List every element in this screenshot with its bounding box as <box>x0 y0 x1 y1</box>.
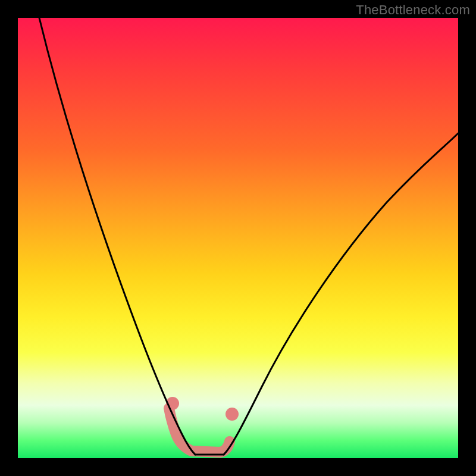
chart-stage: TheBottleneck.com <box>0 0 476 476</box>
bottleneck-highlight <box>169 408 230 452</box>
curve-left-arm <box>39 18 195 455</box>
watermark-label: TheBottleneck.com <box>356 2 470 18</box>
curve-right-arm <box>224 133 458 455</box>
plot-area <box>18 18 458 458</box>
highlight-dot-right <box>226 408 239 421</box>
curves-svg <box>18 18 458 458</box>
